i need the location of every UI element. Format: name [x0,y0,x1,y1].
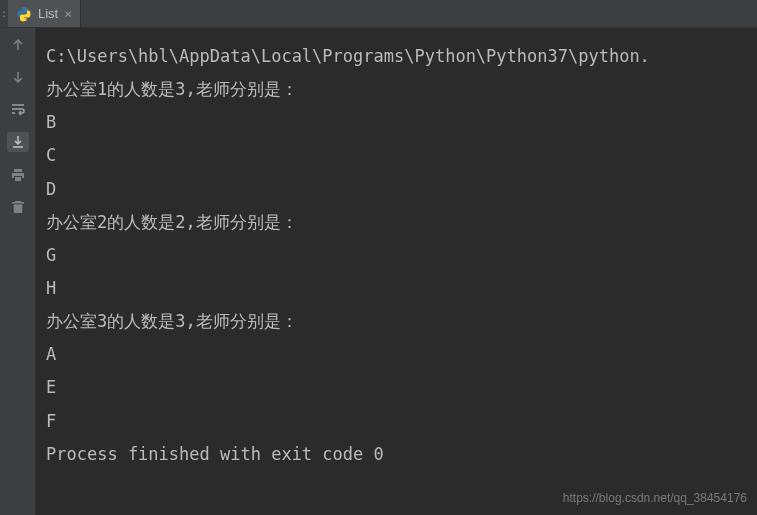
print-icon[interactable] [9,166,27,184]
tab-list[interactable]: List × [8,0,81,27]
gutter-toolbar [0,28,36,515]
main-area: C:\Users\hbl\AppData\Local\Programs\Pyth… [0,28,757,515]
console-output[interactable]: C:\Users\hbl\AppData\Local\Programs\Pyth… [36,28,757,515]
console-line: C:\Users\hbl\AppData\Local\Programs\Pyth… [46,40,747,73]
arrow-up-icon[interactable] [9,36,27,54]
console-line: C [46,139,747,172]
console-line: Process finished with exit code 0 [46,438,747,471]
console-line: G [46,239,747,272]
console-line: F [46,405,747,438]
tab-leading-marker: : [0,0,8,27]
arrow-down-icon[interactable] [9,68,27,86]
console-line: D [46,173,747,206]
console-line: H [46,272,747,305]
scroll-to-end-icon[interactable] [7,132,29,152]
console-line: A [46,338,747,371]
tab-bar: : List × [0,0,757,28]
soft-wrap-icon[interactable] [9,100,27,118]
console-line: B [46,106,747,139]
console-line: 办公室2的人数是2,老师分别是： [46,206,747,239]
close-icon[interactable]: × [64,7,72,20]
tab-label: List [38,6,58,21]
console-line: 办公室1的人数是3,老师分别是： [46,73,747,106]
trash-icon[interactable] [9,198,27,216]
console-line: E [46,371,747,404]
python-icon [16,6,32,22]
console-line: 办公室3的人数是3,老师分别是： [46,305,747,338]
watermark: https://blog.csdn.net/qq_38454176 [563,491,747,505]
